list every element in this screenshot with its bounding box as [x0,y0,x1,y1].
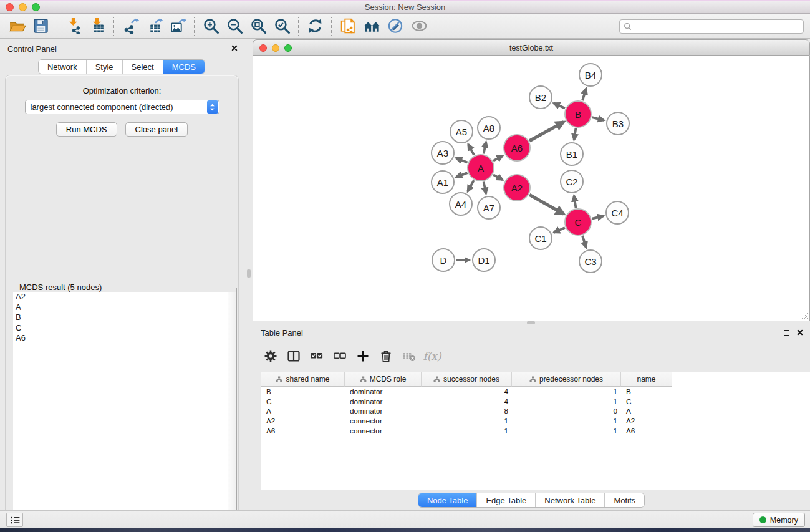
column-header-predecessor-nodes[interactable]: predecessor nodes [512,372,621,387]
search-box[interactable] [619,19,804,34]
result-item[interactable]: A [13,302,228,313]
task-history-button[interactable] [6,513,23,527]
export-network-button[interactable] [118,16,142,37]
graph-edge-A-A8[interactable] [484,142,486,154]
table-row[interactable]: Adominator80A [261,407,810,417]
graph-edge-A-A1[interactable] [456,173,468,177]
apply-layout-button[interactable] [303,16,327,37]
graph-edge-A-A6[interactable] [493,156,503,161]
network-graph[interactable]: B4B2BB3A5A8A6A3B1AA1C2A2A4A7CC4C1C3DD1 [253,56,809,320]
table-cell[interactable]: A2 [261,416,345,426]
graph-edge-B-B4[interactable] [582,89,586,100]
graph-edge-A-A5[interactable] [468,144,474,155]
table-row[interactable]: A6connector11A6 [261,426,810,436]
export-image-button[interactable] [166,16,190,37]
graph-edge-A-A4[interactable] [468,180,474,191]
tab-network[interactable]: Network [39,60,86,74]
result-item[interactable]: C [13,323,228,334]
result-item[interactable]: A6 [13,333,228,344]
network-from-file-button[interactable] [336,16,360,37]
graph-edge-C-C2[interactable] [574,196,576,208]
graph-edge-A6-B[interactable] [529,122,564,141]
graph-node-B3[interactable]: B3 [607,112,629,135]
graph-node-A2[interactable]: A2 [504,175,530,201]
graph-node-A5[interactable]: A5 [450,120,473,143]
close-table-panel-icon[interactable] [796,329,804,336]
graph-edge-C-C3[interactable] [582,236,586,248]
float-panel-icon[interactable] [218,44,225,52]
table-row[interactable]: Cdominator41C [261,397,810,407]
network-canvas[interactable]: B4B2BB3A5A8A6A3B1AA1C2A2A4A7CC4C1C3DD1 [253,56,810,321]
delete-table-button[interactable] [400,347,418,365]
table-cell[interactable]: dominator [345,397,422,407]
graph-node-C1[interactable]: C1 [529,227,552,249]
graph-node-A6[interactable]: A6 [504,135,530,161]
graph-node-A3[interactable]: A3 [432,142,454,164]
delete-column-button[interactable] [377,347,395,365]
table-cell[interactable]: B [621,387,672,397]
search-input[interactable] [632,21,803,32]
graph-edge-B-B2[interactable] [554,103,565,108]
open-session-button[interactable] [5,16,29,37]
table-cell[interactable]: C [621,397,672,407]
graph-edge-C-C4[interactable] [592,216,603,218]
close-panel-icon[interactable] [231,44,238,52]
graph-node-C2[interactable]: C2 [561,170,583,193]
criterion-dropdown[interactable]: largest connected component (directed) [25,100,219,114]
resize-grip-icon[interactable] [799,311,808,319]
table-cell[interactable]: 1 [512,426,621,436]
table-cell[interactable]: 1 [512,387,621,397]
graph-node-B2[interactable]: B2 [529,86,552,109]
graphics-details-button[interactable] [407,16,431,37]
graph-node-B[interactable]: B [565,101,591,127]
table-cell[interactable]: A6 [261,426,345,436]
graph-edge-B-B1[interactable] [574,128,576,140]
graph-node-A4[interactable]: A4 [450,193,472,215]
close-panel-button[interactable]: Close panel [125,122,188,137]
graph-node-C3[interactable]: C3 [579,250,602,273]
table-cell[interactable]: dominator [345,387,422,397]
graph-edge-A-A3[interactable] [456,158,467,162]
graph-edge-A-A7[interactable] [484,182,486,194]
table-cell[interactable]: B [261,387,345,397]
graph-node-C[interactable]: C [565,209,591,235]
table-cell[interactable]: connector [345,426,422,436]
column-header-name[interactable]: name [621,372,672,387]
select-all-button[interactable] [308,347,325,365]
network-window-titlebar[interactable]: testGlobe.txt [253,39,810,56]
graph-node-B1[interactable]: B1 [561,143,583,165]
deselect-all-button[interactable] [331,347,349,365]
graph-edge-A-A2[interactable] [493,175,503,180]
tab-select[interactable]: Select [122,60,163,74]
table-cell[interactable]: 0 [512,407,621,417]
memory-button[interactable]: Memory [753,513,805,527]
run-mcds-button[interactable]: Run MCDS [56,122,117,137]
vertical-splitter-handle[interactable] [247,269,251,278]
column-header-shared-name[interactable]: shared name [261,372,345,387]
graph-node-A1[interactable]: A1 [432,171,454,193]
zoom-in-button[interactable] [199,16,223,37]
zoom-fit-button[interactable] [246,16,270,37]
home-search-button[interactable] [360,16,383,37]
table-cell[interactable]: 1 [512,416,621,426]
zoom-selected-button[interactable] [270,16,294,37]
graph-node-A[interactable]: A [468,155,494,181]
tab-edge-table[interactable]: Edge Table [476,493,535,507]
tab-motifs[interactable]: Motifs [604,493,644,507]
table-cell[interactable]: 4 [422,387,512,397]
table-settings-button[interactable] [262,347,279,365]
table-cell[interactable]: 1 [422,426,512,436]
graph-node-A7[interactable]: A7 [478,196,500,219]
tab-mcds[interactable]: MCDS [163,60,205,74]
import-network-button[interactable] [62,16,85,37]
table-cell[interactable]: dominator [345,407,422,417]
float-table-panel-icon[interactable] [783,329,790,336]
graph-node-A8[interactable]: A8 [478,117,500,139]
graph-node-B4[interactable]: B4 [579,64,602,86]
zoom-out-button[interactable] [223,16,246,37]
graph-node-D[interactable]: D [432,249,455,271]
table-cell[interactable]: A [261,407,345,417]
tab-network-table[interactable]: Network Table [535,493,604,507]
table-mode-button[interactable] [285,347,302,365]
column-header-MCDS-role[interactable]: MCDS role [345,372,422,387]
